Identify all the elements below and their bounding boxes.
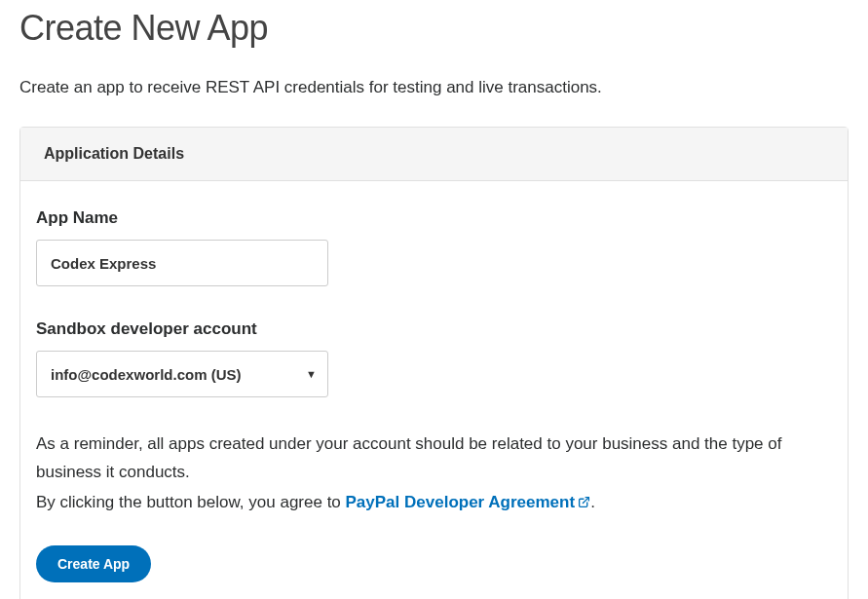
app-name-input[interactable]	[36, 240, 328, 286]
panel-header: Application Details	[20, 128, 848, 181]
external-link-icon	[578, 490, 590, 518]
app-name-label: App Name	[36, 208, 832, 228]
create-app-button[interactable]: Create App	[36, 545, 151, 582]
agreement-suffix: .	[590, 493, 595, 511]
sandbox-account-group: Sandbox developer account info@codexworl…	[36, 319, 832, 397]
panel-body: App Name Sandbox developer account info@…	[20, 181, 848, 599]
page-title: Create New App	[19, 8, 849, 49]
developer-agreement-link[interactable]: PayPal Developer Agreement	[346, 493, 591, 511]
svg-line-0	[584, 497, 589, 503]
sandbox-account-label: Sandbox developer account	[36, 319, 832, 339]
sandbox-account-select[interactable]: info@codexworld.com (US)	[36, 351, 328, 397]
application-details-panel: Application Details App Name Sandbox dev…	[19, 127, 849, 599]
app-name-group: App Name	[36, 208, 832, 286]
agreement-prefix: By clicking the button below, you agree …	[36, 493, 346, 511]
page-subtitle: Create an app to receive REST API creden…	[19, 78, 849, 97]
reminder-text: As a reminder, all apps created under yo…	[36, 431, 832, 487]
agreement-text: By clicking the button below, you agree …	[36, 489, 832, 518]
